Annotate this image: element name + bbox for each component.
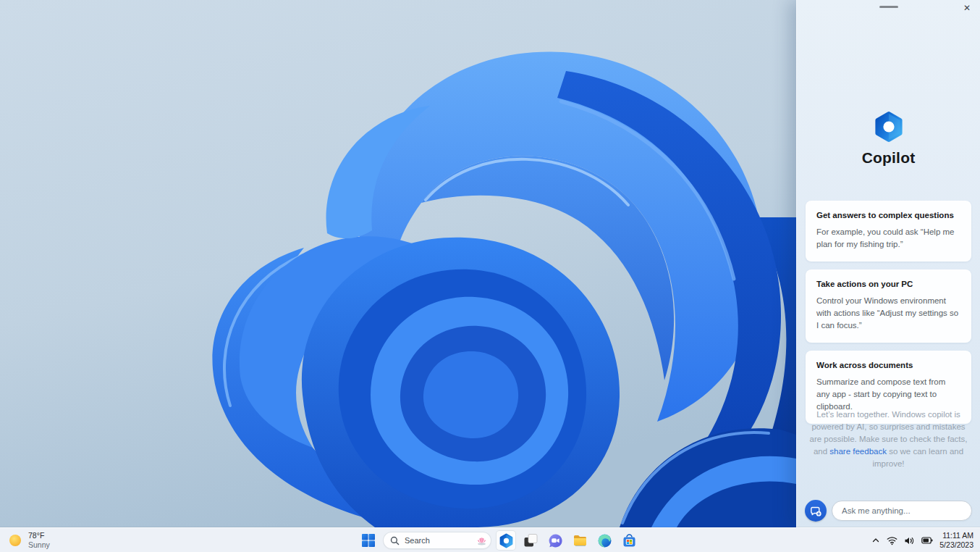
taskbar: 78°F Sunny: [0, 527, 980, 552]
search-box[interactable]: Search: [383, 532, 491, 549]
new-chat-button[interactable]: [805, 500, 827, 522]
suggestion-card[interactable]: Take actions on your PC Control your Win…: [806, 269, 971, 343]
ask-input[interactable]: [832, 501, 972, 521]
weather-condition: Sunny: [28, 540, 50, 550]
card-body: For example, you could ask “Help me plan…: [816, 226, 960, 251]
card-title: Take actions on your PC: [816, 280, 960, 288]
edge-icon: [597, 533, 612, 548]
weather-widget[interactable]: 78°F Sunny: [8, 528, 50, 552]
copilot-logo-icon: [873, 111, 905, 143]
system-tray: 11:11 AM 5/23/2023: [871, 528, 973, 552]
search-placeholder: Search: [405, 536, 470, 545]
battery-icon[interactable]: [921, 536, 933, 545]
windows-desktop-screen: ✕ Copilot Get answers to complex questio…: [0, 0, 980, 552]
wifi-icon[interactable]: [887, 536, 897, 545]
bloom-wallpaper: [0, 0, 796, 527]
task-view-icon: [523, 533, 538, 548]
search-highlight-badge[interactable]: [475, 534, 489, 548]
clock[interactable]: 11:11 AM 5/23/2023: [939, 531, 973, 550]
taskbar-app-task-view[interactable]: [520, 530, 541, 551]
drag-handle-icon[interactable]: [879, 6, 898, 8]
suggestion-cards: Get answers to complex questions For exa…: [806, 201, 971, 424]
card-title: Get answers to complex questions: [816, 211, 960, 219]
card-body: Summarize and compose text from any app …: [816, 376, 960, 413]
close-icon[interactable]: ✕: [960, 1, 973, 14]
start-button[interactable]: [358, 530, 379, 551]
desktop[interactable]: [0, 0, 796, 527]
chat-icon: [548, 533, 563, 548]
taskbar-app-chat[interactable]: [545, 530, 565, 551]
disclaimer-text: Let’s learn together. Windows copilot is…: [806, 409, 971, 469]
clock-time: 11:11 AM: [939, 531, 973, 540]
taskbar-app-store[interactable]: [619, 530, 639, 551]
taskbar-center: Search: [358, 528, 639, 552]
copilot-taskbar-icon: [499, 533, 514, 548]
tray-icons: [871, 536, 933, 545]
windows-logo-icon: [361, 533, 376, 548]
share-feedback-link[interactable]: share feedback: [829, 447, 887, 456]
folder-icon: [573, 533, 588, 548]
copilot-input-row: [805, 500, 972, 522]
volume-icon[interactable]: [904, 536, 915, 545]
panel-titlebar: ✕: [797, 0, 980, 16]
taskbar-app-file-explorer[interactable]: [570, 530, 590, 551]
chevron-up-icon[interactable]: [871, 536, 880, 545]
store-icon: [622, 533, 637, 548]
card-body: Control your Windows environment with ac…: [816, 295, 960, 332]
weather-text: 78°F Sunny: [28, 531, 50, 550]
sun-icon: [8, 533, 22, 548]
search-icon: [390, 536, 400, 545]
copilot-panel: ✕ Copilot Get answers to complex questio…: [796, 0, 980, 527]
weather-temperature: 78°F: [28, 531, 50, 540]
lotus-flower-icon: [476, 535, 487, 546]
new-chat-icon: [810, 505, 822, 517]
taskbar-app-edge[interactable]: [594, 530, 614, 551]
clock-date: 5/23/2023: [939, 540, 973, 550]
card-title: Work across documents: [816, 361, 960, 369]
taskbar-app-copilot[interactable]: [496, 530, 516, 551]
panel-title: Copilot: [797, 149, 980, 167]
suggestion-card[interactable]: Get answers to complex questions For exa…: [806, 201, 971, 262]
disclaimer-post: so we can learn and improve!: [872, 447, 963, 468]
